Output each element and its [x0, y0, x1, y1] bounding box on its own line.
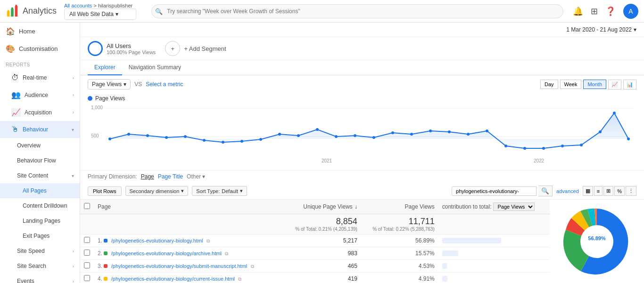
svg-point-24 — [372, 136, 375, 139]
help-icon[interactable]: ❓ — [605, 6, 616, 16]
svg-point-12 — [146, 134, 149, 137]
sidebar-item-landing-pages[interactable]: Landing Pages — [0, 213, 80, 228]
chart-left-controls: Page Views ▾ VS Select a metric — [88, 79, 183, 89]
home-icon: 🏠 — [6, 27, 15, 36]
advanced-filter-link[interactable]: advanced — [556, 188, 579, 194]
property-selector[interactable]: All Web Site Data ▾ — [64, 8, 136, 20]
chart-legend: Page Views — [88, 93, 636, 104]
grid-view-button[interactable]: ▦ — [583, 186, 593, 196]
search-input[interactable] — [151, 4, 563, 18]
svg-point-26 — [410, 133, 413, 136]
td-pct: 4.91% — [361, 273, 438, 283]
sidebar-item-behaviour-flow[interactable]: Behaviour Flow — [0, 153, 80, 168]
all-accounts-link[interactable]: All accounts — [64, 3, 92, 8]
sidebar-item-audience[interactable]: 👥 Audience › — [0, 86, 80, 104]
month-button[interactable]: Month — [583, 80, 606, 89]
sidebar-item-events[interactable]: Events › — [0, 274, 80, 283]
sidebar-item-site-speed[interactable]: Site Speed › — [0, 243, 80, 259]
row-number: 3. — [98, 263, 102, 269]
date-range-chevron[interactable]: ▾ — [634, 26, 636, 33]
svg-point-21 — [316, 128, 319, 131]
table-row: 4. /phylogenetics-evolutionary-biology/c… — [80, 273, 550, 283]
bar-chart-button[interactable]: 📊 — [623, 80, 636, 89]
select-all-checkbox[interactable] — [84, 203, 90, 209]
notification-icon[interactable]: 🔔 — [573, 6, 583, 16]
svg-point-3 — [8, 10, 9, 12]
row-color-dot — [104, 251, 107, 255]
external-link-icon[interactable]: ⧉ — [225, 251, 228, 256]
sort-type-selector[interactable]: Sort Type: Default ▾ — [192, 186, 247, 196]
select-metric-link[interactable]: Select a metric — [146, 81, 183, 88]
external-link-icon[interactable]: ⧉ — [238, 276, 241, 282]
pivot-view-button[interactable]: ⊞ — [603, 186, 613, 196]
line-chart-button[interactable]: 📈 — [608, 80, 621, 89]
dim-other-link[interactable]: Other ▾ — [187, 173, 205, 180]
apps-icon[interactable]: ⊞ — [591, 6, 598, 16]
contribution-metric-select[interactable]: Page Views — [493, 202, 535, 211]
filter-input[interactable] — [452, 186, 537, 196]
sidebar-item-customisation[interactable]: 🎨 Customisation — [0, 40, 80, 57]
page-url-link[interactable]: /phylogenetics-evolutionary-biology/arch… — [111, 251, 222, 256]
svg-point-18 — [259, 138, 262, 141]
tab-navigation-summary[interactable]: Navigation Summary — [122, 60, 188, 75]
row-color-dot — [104, 239, 107, 243]
segment-name: All Users — [107, 42, 156, 49]
th-page-views[interactable]: Page Views — [361, 200, 438, 214]
sidebar-item-content-drilldown[interactable]: Content Drilldown — [0, 198, 80, 213]
table-controls: Plot Rows Secondary dimension ▾ Sort Typ… — [80, 183, 644, 200]
td-checkbox — [80, 234, 94, 247]
plot-rows-button[interactable]: Plot Rows — [88, 186, 122, 196]
metric-selector[interactable]: Page Views ▾ — [88, 79, 131, 89]
svg-point-15 — [203, 139, 206, 142]
svg-point-20 — [297, 134, 300, 137]
sidebar-item-overview[interactable]: Overview — [0, 138, 80, 153]
dim-page-link[interactable]: Page — [141, 173, 154, 180]
sidebar-item-acquisition[interactable]: 📈 Acquisition › — [0, 104, 80, 121]
sidebar-item-home[interactable]: 🏠 Home — [0, 23, 80, 40]
sidebar-item-all-pages[interactable]: All Pages — [0, 183, 80, 198]
td-upv: 465 — [284, 260, 361, 273]
svg-point-11 — [127, 133, 130, 136]
page-url-link[interactable]: /phylogenetics-evolutionary-biology.html — [111, 238, 203, 243]
add-segment-label[interactable]: + Add Segment — [184, 45, 226, 52]
td-total-contribution — [438, 214, 550, 234]
segment-pct: 100.00% Page Views — [107, 49, 156, 55]
external-link-icon[interactable]: ⧉ — [206, 238, 210, 243]
sidebar-item-site-search[interactable]: Site Search › — [0, 259, 80, 274]
day-button[interactable]: Day — [540, 80, 558, 89]
data-table: Page Unique Page Views ↓ Page Views — [80, 200, 550, 283]
avatar[interactable]: A — [623, 4, 638, 19]
logo: Analytics — [6, 5, 57, 18]
page-views-chart: 1,000 500 — [88, 104, 636, 165]
content-area: 1 Mar 2020 - 21 Aug 2022 ▾ All Users 100… — [80, 23, 644, 283]
row-checkbox-2[interactable] — [84, 262, 90, 268]
page-url-link[interactable]: /phylogenetics-evolutionary-biology/curr… — [111, 276, 235, 282]
more-view-button[interactable]: ⋮ — [626, 186, 636, 196]
row-checkbox-1[interactable] — [84, 250, 90, 256]
sidebar-item-realtime[interactable]: ⏱ Real-time › — [0, 69, 80, 86]
external-link-icon[interactable]: ⧉ — [251, 264, 254, 269]
row-checkbox-0[interactable] — [84, 237, 90, 243]
tab-explorer[interactable]: Explorer — [88, 60, 122, 75]
th-unique-page-views[interactable]: Unique Page Views ↓ — [284, 200, 361, 214]
percent-view-button[interactable]: % — [614, 186, 625, 196]
table-row: 1. /phylogenetics-evolutionary-biology.h… — [80, 234, 550, 247]
sidebar-item-exit-pages[interactable]: Exit Pages — [0, 228, 80, 243]
secondary-dimension-selector[interactable]: Secondary dimension ▾ — [125, 186, 189, 196]
svg-point-16 — [222, 141, 224, 144]
row-checkbox-3[interactable] — [84, 275, 90, 281]
td-page: 4. /phylogenetics-evolutionary-biology/c… — [94, 273, 284, 283]
date-range[interactable]: 1 Mar 2020 - 21 Aug 2022 — [566, 26, 632, 33]
sidebar-item-site-content[interactable]: Site Content ▾ — [0, 168, 80, 183]
add-segment-button[interactable]: + — [165, 41, 180, 56]
svg-text:56.89%: 56.89% — [588, 235, 606, 241]
sidebar-item-behaviour[interactable]: 🖱 Behaviour ▾ — [0, 121, 80, 138]
date-range-bar: 1 Mar 2020 - 21 Aug 2022 ▾ — [80, 23, 644, 37]
week-button[interactable]: Week — [560, 80, 582, 89]
compare-view-button[interactable]: ≡ — [594, 186, 603, 196]
table-row: 3. /phylogenetics-evolutionary-biology/s… — [80, 260, 550, 273]
td-total-label — [94, 214, 284, 234]
page-url-link[interactable]: /phylogenetics-evolutionary-biology/subm… — [111, 263, 248, 269]
filter-search-button[interactable]: 🔍 — [538, 186, 553, 196]
dim-page-title-link[interactable]: Page Title — [158, 173, 183, 180]
